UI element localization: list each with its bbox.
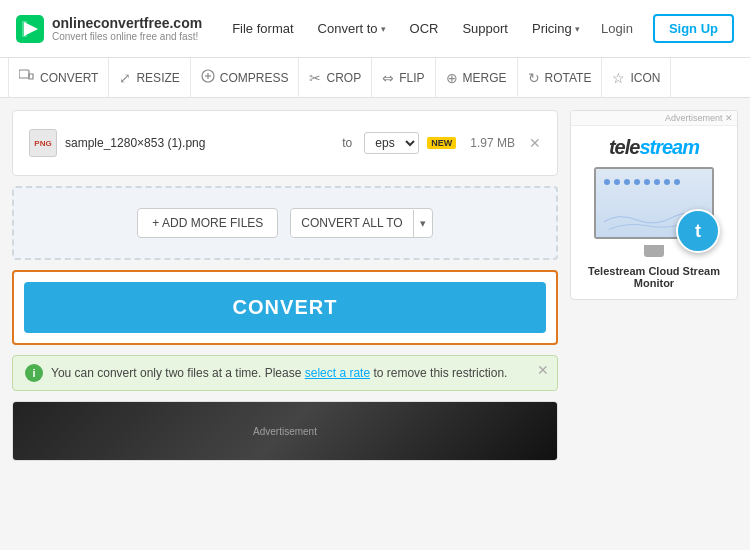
select-rate-link[interactable]: select a rate	[305, 366, 370, 380]
toolbar-icon[interactable]: ☆ ICON	[602, 58, 671, 98]
add-files-button[interactable]: + ADD MORE FILES	[137, 208, 278, 238]
format-select[interactable]: eps jpg png pdf svg	[364, 132, 419, 154]
screen-dot	[664, 179, 670, 185]
drop-zone: + ADD MORE FILES CONVERT ALL TO ▾	[12, 186, 558, 260]
info-close-button[interactable]: ✕	[537, 362, 549, 378]
file-close-button[interactable]: ✕	[529, 135, 541, 151]
screen-dot	[634, 179, 640, 185]
info-icon: i	[25, 364, 43, 382]
toolbar-icon-label: ICON	[630, 71, 660, 85]
main-content: PNG sample_1280×853 (1).png to eps jpg p…	[0, 98, 750, 473]
toolbar-rotate-label: ROTATE	[545, 71, 592, 85]
screen-dot	[614, 179, 620, 185]
screen-dot	[604, 179, 610, 185]
resize-icon: ⤢	[119, 70, 131, 86]
screen-dot	[624, 179, 630, 185]
toolbar-compress-label: COMPRESS	[220, 71, 289, 85]
toolbar-resize[interactable]: ⤢ RESIZE	[109, 58, 190, 98]
toolbar: CONVERT ⤢ RESIZE COMPRESS ✂ CROP ⇔ FLIP …	[0, 58, 750, 98]
svg-rect-3	[19, 70, 29, 78]
nav-convert-to[interactable]: Convert to ▾	[308, 15, 396, 42]
telestream-badge: t	[676, 209, 720, 253]
file-area: PNG sample_1280×853 (1).png to eps jpg p…	[12, 110, 558, 176]
screen-dot	[644, 179, 650, 185]
toolbar-crop-label: CROP	[326, 71, 361, 85]
site-title: onlineconvertfree.com	[52, 15, 202, 32]
main-nav: File format Convert to ▾ OCR Support Pri…	[222, 15, 593, 42]
convert-section: CONVERT	[12, 270, 558, 345]
flip-icon: ⇔	[382, 70, 394, 86]
convert-all-button[interactable]: CONVERT ALL TO	[291, 209, 412, 237]
logo-area: onlineconvertfree.com Convert files onli…	[16, 15, 202, 43]
ad-panel: Advertisement ✕ telestream	[570, 110, 738, 300]
toolbar-merge-label: MERGE	[463, 71, 507, 85]
toolbar-crop[interactable]: ✂ CROP	[299, 58, 372, 98]
svg-marker-4	[29, 74, 33, 79]
site-subtitle: Convert files online free and fast!	[52, 31, 202, 42]
nav-ocr[interactable]: OCR	[400, 15, 449, 42]
chevron-down-icon: ▾	[381, 24, 386, 34]
toolbar-compress[interactable]: COMPRESS	[191, 58, 300, 98]
toolbar-convert-label: CONVERT	[40, 71, 98, 85]
crop-icon: ✂	[309, 70, 321, 86]
ad-content: telestream	[571, 126, 737, 299]
ad-bottom-content: Advertisement	[13, 401, 557, 461]
monitor-graphic: t	[584, 167, 724, 257]
toolbar-merge[interactable]: ⊕ MERGE	[436, 58, 518, 98]
header-actions: Login Sign Up	[593, 14, 734, 43]
monitor-stand	[644, 245, 664, 257]
header: onlineconvertfree.com Convert files onli…	[0, 0, 750, 58]
screen-dot	[674, 179, 680, 185]
file-to-label: to	[342, 136, 352, 150]
login-button[interactable]: Login	[593, 17, 641, 40]
toolbar-flip-label: FLIP	[399, 71, 424, 85]
toolbar-flip[interactable]: ⇔ FLIP	[372, 58, 435, 98]
info-banner: i You can convert only two files at a ti…	[12, 355, 558, 391]
convert-toolbar-icon	[19, 69, 35, 86]
toolbar-convert[interactable]: CONVERT	[8, 58, 109, 98]
left-panel: PNG sample_1280×853 (1).png to eps jpg p…	[12, 110, 558, 461]
ad-placeholder-text: Advertisement	[253, 426, 317, 437]
toolbar-rotate[interactable]: ↻ ROTATE	[518, 58, 603, 98]
file-size: 1.97 MB	[470, 136, 515, 150]
file-type-icon: PNG	[29, 129, 57, 157]
new-badge: NEW	[427, 137, 456, 149]
logo-icon	[16, 15, 44, 43]
right-panel: Advertisement ✕ telestream	[570, 110, 738, 461]
nav-support[interactable]: Support	[452, 15, 518, 42]
logo-text: onlineconvertfree.com Convert files onli…	[52, 15, 202, 43]
ad-bottom-banner: Advertisement	[12, 401, 558, 461]
nav-file-format[interactable]: File format	[222, 15, 303, 42]
ad-label: Advertisement ✕	[571, 111, 737, 126]
ad-caption: Telestream Cloud Stream Monitor	[581, 265, 727, 289]
screen-dot	[654, 179, 660, 185]
convert-button[interactable]: CONVERT	[24, 282, 546, 333]
chevron-down-icon-pricing: ▾	[575, 24, 580, 34]
telestream-logo: telestream	[609, 136, 699, 159]
toolbar-resize-label: RESIZE	[136, 71, 179, 85]
svg-rect-2	[22, 21, 27, 37]
rotate-icon: ↻	[528, 70, 540, 86]
file-name: sample_1280×853 (1).png	[65, 136, 334, 150]
info-text: You can convert only two files at a time…	[51, 366, 507, 380]
signup-button[interactable]: Sign Up	[653, 14, 734, 43]
nav-pricing[interactable]: Pricing ▾	[522, 15, 590, 42]
convert-all-dropdown[interactable]: ▾	[413, 210, 432, 237]
file-row: PNG sample_1280×853 (1).png to eps jpg p…	[29, 123, 541, 163]
compress-icon	[201, 69, 215, 86]
icon-tool-icon: ☆	[612, 70, 625, 86]
merge-icon: ⊕	[446, 70, 458, 86]
screen-dots	[604, 179, 704, 185]
